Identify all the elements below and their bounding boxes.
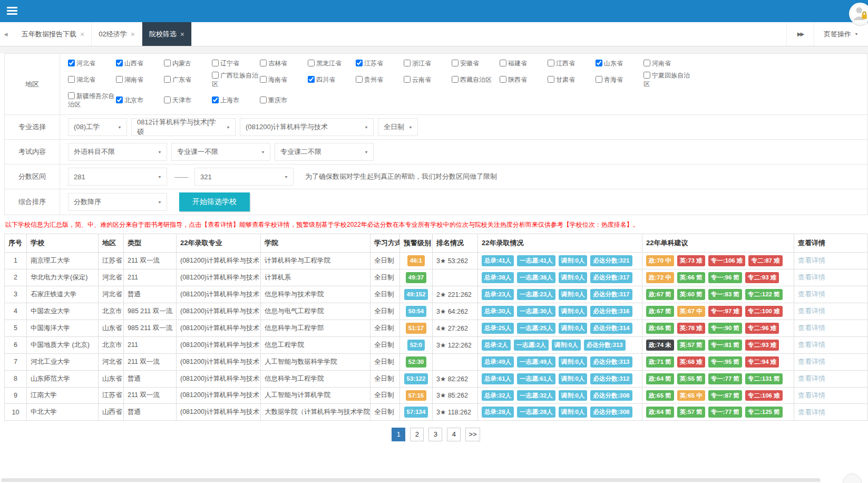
- page-button-3[interactable]: 3: [428, 428, 442, 441]
- checkbox[interactable]: [260, 76, 267, 83]
- region-checkbox-广东省[interactable]: 广东省: [164, 75, 212, 84]
- region-checkbox-重庆市[interactable]: 重庆市: [260, 96, 308, 104]
- checkbox[interactable]: [116, 60, 123, 66]
- region-checkbox-青海省[interactable]: 青海省: [596, 75, 643, 84]
- region-checkbox-四川省[interactable]: 四川省: [308, 75, 356, 84]
- region-checkbox-吉林省[interactable]: 吉林省: [260, 59, 308, 67]
- view-detail-link[interactable]: 查看详情: [798, 256, 825, 264]
- region-checkbox-海南省[interactable]: 海南省: [260, 75, 308, 84]
- region-checkbox-浙江省[interactable]: 浙江省: [404, 59, 452, 67]
- checkbox[interactable]: [404, 76, 411, 83]
- checkbox[interactable]: [548, 60, 554, 66]
- checkbox[interactable]: [643, 72, 650, 79]
- start-filter-button[interactable]: 开始筛选学校: [179, 192, 250, 211]
- view-detail-link[interactable]: 查看详情: [798, 324, 825, 332]
- score-max-select[interactable]: 321 ▼: [194, 168, 294, 186]
- checkbox[interactable]: [308, 60, 315, 66]
- region-checkbox-贵州省[interactable]: 贵州省: [356, 75, 404, 84]
- region-checkbox-河北省[interactable]: 河北省: [68, 59, 116, 67]
- view-detail-link[interactable]: 查看详情: [798, 358, 825, 365]
- checkbox[interactable]: [356, 60, 363, 66]
- region-checkbox-江苏省[interactable]: 江苏省: [356, 59, 404, 67]
- region-checkbox-上海市[interactable]: 上海市: [212, 96, 260, 104]
- close-icon[interactable]: ×: [131, 31, 135, 38]
- view-detail-link[interactable]: 查看详情: [798, 341, 825, 349]
- sort-order-select[interactable]: 分数降序 ▼: [68, 193, 167, 211]
- region-checkbox-西藏自治区[interactable]: 西藏自治区: [452, 75, 500, 84]
- tab-院校筛选[interactable]: 院校筛选×: [142, 22, 192, 46]
- region-checkbox-山东省[interactable]: 山东省: [596, 59, 643, 67]
- region-checkbox-黑龙江省[interactable]: 黑龙江省: [308, 59, 356, 67]
- region-checkbox-广西壮族自治区[interactable]: 广西壮族自治区: [212, 71, 260, 88]
- tab-operations-dropdown[interactable]: 页签操作 ▼: [814, 22, 868, 46]
- close-icon[interactable]: ×: [80, 31, 84, 38]
- checkbox[interactable]: [116, 76, 123, 83]
- page-button-1[interactable]: 1: [392, 428, 405, 441]
- view-detail-link[interactable]: 查看详情: [798, 273, 825, 281]
- checkbox[interactable]: [404, 60, 411, 66]
- region-checkbox-陕西省[interactable]: 陕西省: [500, 75, 548, 84]
- checkbox[interactable]: [643, 60, 650, 66]
- view-detail-link[interactable]: 查看详情: [798, 408, 825, 416]
- checkbox[interactable]: [212, 72, 219, 79]
- region-checkbox-辽宁省[interactable]: 辽宁省: [212, 59, 260, 67]
- exam-select-3[interactable]: 专业课二不限▼: [275, 143, 374, 161]
- exam-select-2[interactable]: 专业课一不限▼: [171, 143, 270, 161]
- horizontal-scrollbar[interactable]: [1, 478, 821, 482]
- view-detail-link[interactable]: 查看详情: [798, 391, 825, 399]
- region-checkbox-新疆维吾尔自治区[interactable]: 新疆维吾尔自治区: [68, 92, 116, 109]
- major-select-2[interactable]: 0812计算机科学与技术[学硕▼: [131, 118, 236, 136]
- floating-widget[interactable]: [843, 474, 862, 483]
- region-checkbox-河南省[interactable]: 河南省: [643, 59, 691, 67]
- next-page-button[interactable]: >>: [465, 428, 480, 441]
- checkbox[interactable]: [164, 96, 171, 103]
- region-checkbox-甘肃省[interactable]: 甘肃省: [548, 75, 596, 84]
- menu-icon[interactable]: [7, 7, 17, 15]
- region-checkbox-湖南省[interactable]: 湖南省: [116, 75, 164, 84]
- major-select-4[interactable]: 全日制▼: [378, 118, 418, 136]
- tabs-scroll-right-icon[interactable]: ▶▶: [786, 22, 814, 46]
- checkbox[interactable]: [308, 76, 315, 83]
- checkbox[interactable]: [260, 96, 267, 103]
- tab-02经济学[interactable]: 02经济学×: [92, 22, 142, 46]
- view-detail-link[interactable]: 查看详情: [798, 290, 825, 298]
- user-avatar[interactable]: [849, 3, 868, 25]
- region-checkbox-湖北省[interactable]: 湖北省: [68, 75, 116, 84]
- region-checkbox-山西省[interactable]: 山西省: [116, 59, 164, 67]
- close-icon[interactable]: ×: [180, 31, 184, 38]
- checkbox[interactable]: [548, 76, 554, 83]
- checkbox[interactable]: [68, 92, 75, 99]
- tabs-scroll-left-icon[interactable]: ◀: [0, 22, 12, 46]
- page-button-4[interactable]: 4: [447, 428, 461, 441]
- checkbox[interactable]: [500, 60, 506, 66]
- checkbox[interactable]: [164, 76, 171, 83]
- checkbox[interactable]: [596, 76, 602, 83]
- region-checkbox-安徽省[interactable]: 安徽省: [452, 59, 500, 67]
- view-detail-link[interactable]: 查看详情: [798, 374, 825, 382]
- page-button-2[interactable]: 2: [410, 428, 424, 441]
- checkbox[interactable]: [212, 60, 219, 66]
- region-checkbox-北京市[interactable]: 北京市: [116, 96, 164, 104]
- exam-select-1[interactable]: 外语科目不限▼: [68, 143, 167, 161]
- tab-五年数据报告下载[interactable]: 五年数据报告下载×: [15, 22, 92, 46]
- view-detail-link[interactable]: 查看详情: [798, 307, 825, 315]
- checkbox[interactable]: [500, 76, 506, 83]
- region-checkbox-宁夏回族自治区[interactable]: 宁夏回族自治区: [643, 71, 691, 88]
- checkbox[interactable]: [212, 96, 219, 103]
- checkbox[interactable]: [356, 76, 363, 83]
- region-checkbox-江西省[interactable]: 江西省: [548, 59, 596, 67]
- checkbox[interactable]: [596, 60, 602, 66]
- checkbox[interactable]: [452, 60, 459, 66]
- score-min-select[interactable]: 281 ▼: [68, 168, 167, 186]
- checkbox[interactable]: [452, 76, 459, 83]
- major-select-3[interactable]: (081200)计算机科学与技术▼: [240, 118, 374, 136]
- region-checkbox-福建省[interactable]: 福建省: [500, 59, 548, 67]
- checkbox[interactable]: [260, 60, 267, 66]
- checkbox[interactable]: [116, 96, 123, 103]
- checkbox[interactable]: [68, 60, 75, 66]
- region-checkbox-云南省[interactable]: 云南省: [404, 75, 452, 84]
- region-checkbox-内蒙古[interactable]: 内蒙古: [164, 59, 212, 67]
- region-checkbox-天津市[interactable]: 天津市: [164, 96, 212, 104]
- checkbox[interactable]: [164, 60, 171, 66]
- checkbox[interactable]: [68, 76, 75, 83]
